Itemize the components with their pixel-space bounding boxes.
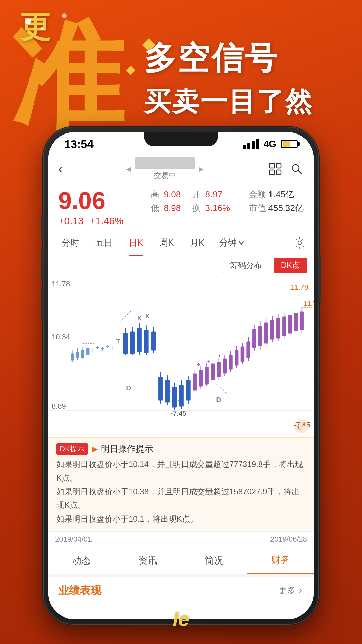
grid-line-top <box>48 281 314 281</box>
chevron-right-icon <box>297 587 304 594</box>
battery-fill <box>283 141 290 147</box>
svg-line-10 <box>118 310 132 323</box>
svg-text:+: + <box>90 346 94 353</box>
sparkle-decoration <box>40 27 44 30</box>
candlestick-chart: + + + + + T D <box>48 276 314 424</box>
low-row: 低 8.98 换 3.16% <box>150 202 230 214</box>
dk-filter-button[interactable]: DK点 <box>274 258 307 273</box>
nav-right-icons <box>267 161 304 177</box>
expand-icon <box>297 422 306 430</box>
svg-text:D: D <box>126 384 131 392</box>
stock-name-area: 交易中 <box>135 157 195 181</box>
trading-status: 交易中 <box>154 171 176 181</box>
banner-line2: 买卖一目了然 <box>144 84 313 120</box>
svg-text:+: + <box>218 353 221 359</box>
svg-text:+: + <box>95 344 99 351</box>
price-change-pct: +1.46% <box>89 215 124 227</box>
phone-button-mute <box>41 215 44 238</box>
logo-watermark: Ie <box>173 607 189 631</box>
svg-point-8 <box>298 241 301 245</box>
tab-jiankuang[interactable]: 简况 <box>181 547 247 574</box>
svg-text:K: K <box>145 313 150 320</box>
amount-row: 金额 1.45亿 <box>249 189 304 200</box>
date-start: 2019/04/01 <box>55 535 92 544</box>
phone-outer: 13:54 4G ‹ ◂ <box>44 127 318 624</box>
turnover-value: 3.16% <box>205 203 230 213</box>
low-label: 低 <box>150 202 159 214</box>
mktcap-row: 市值 455.32亿 <box>249 202 304 214</box>
back-button[interactable]: ‹ <box>58 162 62 176</box>
svg-rect-2 <box>269 170 274 175</box>
diamond-decoration <box>126 66 135 75</box>
tab-wuri[interactable]: 五日 <box>88 234 119 251</box>
chart-filters: 筹码分布 DK点 <box>48 254 314 276</box>
tab-caiwu[interactable]: 财务 <box>247 547 314 574</box>
price-right-col: 金额 1.45亿 市值 455.32亿 <box>249 189 304 214</box>
search-button[interactable] <box>290 162 304 176</box>
dk-line-3: 如果明日收盘价小于10.1，将出现K点。 <box>56 512 306 526</box>
svg-line-7 <box>298 170 302 174</box>
svg-text:+: + <box>197 361 200 367</box>
dk-line-2: 如果明日收盘价小于10.38，并且明日成交量超过1587027.9手，将出现K点… <box>56 485 306 513</box>
price-area: 9.06 +0.13 +1.46% 高 9.08 开 8.97 <box>48 182 314 231</box>
next-stock-button[interactable]: ▸ <box>199 163 204 174</box>
price-change-abs: +0.13 <box>58 215 84 227</box>
y-label-bot: 8.89 <box>52 402 66 411</box>
tab-zixun[interactable]: 资讯 <box>115 547 181 574</box>
network-label: 4G <box>264 139 276 149</box>
svg-text:+: + <box>101 345 104 352</box>
svg-line-12 <box>216 384 226 394</box>
dk-info-content: 如果明日收盘价小于10.14，并且明日成交量超过777319.8手，将出现K点。… <box>56 458 306 526</box>
more-link[interactable]: 更多 <box>278 585 304 596</box>
prev-stock-button[interactable]: ◂ <box>126 163 131 174</box>
geng-character: 更 <box>20 7 50 48</box>
grid-line-bot <box>48 410 314 411</box>
grid-line-mid <box>48 333 314 333</box>
high-label: 高 <box>150 189 159 200</box>
svg-text:11.78: 11.78 <box>303 300 314 307</box>
chouma-filter-button[interactable]: 筹码分布 <box>223 258 269 273</box>
phone-button-power <box>318 255 321 302</box>
phone-mockup: 13:54 4G ‹ ◂ <box>44 127 318 624</box>
svg-rect-1 <box>276 163 281 168</box>
open-label: 开 <box>192 189 201 200</box>
dk-arrow: ▶ <box>92 444 98 454</box>
signal-icon <box>243 139 259 149</box>
chart-tabs: 分时 五日 日K 周K 月K 分钟 <box>48 231 314 254</box>
date-range: 2019/04/01 2019/06/28 <box>48 531 314 547</box>
tab-fenzhong[interactable]: 分钟 <box>214 234 250 251</box>
sparkle-decoration <box>62 13 67 18</box>
tab-fenshi[interactable]: 分时 <box>55 234 86 251</box>
sparkle-decoration <box>25 18 31 24</box>
dk-badge: DK提示 <box>56 443 88 455</box>
y-label-mid: 10.34 <box>52 333 70 341</box>
chart-settings-button[interactable] <box>292 235 307 250</box>
search-icon <box>290 163 303 175</box>
tab-dongtai[interactable]: 动态 <box>48 547 115 574</box>
high-row: 高 9.08 开 8.97 <box>150 189 230 200</box>
expand-button[interactable] <box>294 419 309 433</box>
price-main: 9.06 +0.13 +1.46% <box>58 189 124 227</box>
battery-icon <box>281 140 298 148</box>
turnover-label: 换 <box>192 202 201 214</box>
y-label-right-top: 11.78 <box>290 283 308 292</box>
amount-value: 1.45亿 <box>268 189 294 200</box>
performance-header: 业绩表现 更多 <box>58 583 304 598</box>
tab-yuek[interactable]: 月K <box>183 234 211 251</box>
dk-info-box: DK提示 ▶ 明日操作提示 如果明日收盘价小于10.14，并且明日成交量超过77… <box>48 437 314 531</box>
nav-center: ◂ 交易中 ▸ <box>126 157 204 181</box>
phone-button-vol-up <box>41 248 44 282</box>
status-icons: 4G <box>243 139 298 149</box>
dk-info-title: DK提示 ▶ 明日操作提示 <box>56 443 306 455</box>
price-change: +0.13 +1.46% <box>58 215 124 227</box>
current-price: 9.06 <box>58 189 124 213</box>
banner-text: 多空信号 买卖一目了然 <box>144 37 313 120</box>
svg-text:K: K <box>137 314 142 321</box>
high-value: 9.08 <box>164 189 187 200</box>
amount-label: 金额 <box>249 189 266 200</box>
tab-rik[interactable]: 日K <box>122 234 150 251</box>
dk-info-title-text: 明日操作提示 <box>101 443 153 455</box>
tab-zhouk[interactable]: 周K <box>153 234 180 251</box>
grid-filter-button[interactable] <box>267 161 283 177</box>
svg-text:+: + <box>106 343 110 350</box>
